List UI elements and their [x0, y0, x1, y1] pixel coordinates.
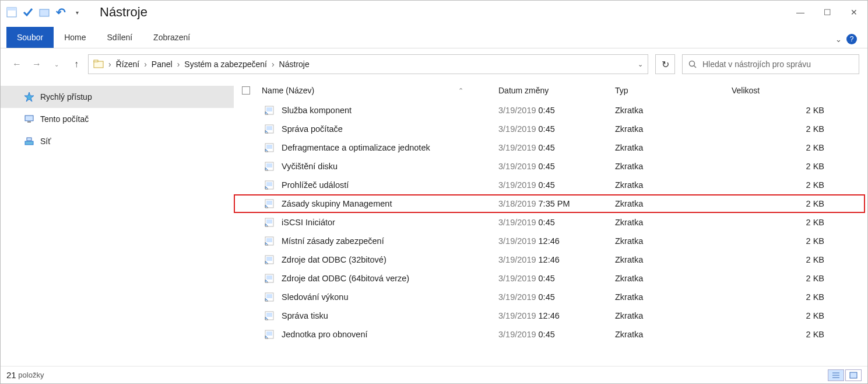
maximize-button[interactable]: ☐ [814, 2, 841, 23]
refresh-button[interactable]: ↻ [655, 54, 675, 74]
file-row[interactable]: Zdroje dat ODBC (32bitové)3/19/2019 12:4… [234, 250, 865, 269]
forward-button[interactable]: → [29, 56, 45, 72]
file-size: 2 KB [732, 106, 865, 115]
file-row[interactable]: Služba komponent3/19/2019 0:45Zkratka2 K… [234, 101, 865, 120]
sidebar-item[interactable]: Síť [1, 130, 234, 152]
check-icon[interactable] [23, 7, 33, 18]
svg-rect-13 [266, 107, 272, 111]
file-name: Sledování výkonu [282, 292, 348, 302]
help-icon[interactable]: ? [846, 34, 857, 44]
tab-file[interactable]: Soubor [6, 27, 54, 48]
file-size: 2 KB [732, 311, 865, 320]
col-date[interactable]: Datum změny [498, 86, 615, 95]
file-name: Místní zásady zabezpečení [282, 236, 384, 246]
breadcrumb-part[interactable]: Panel [152, 60, 173, 69]
close-button[interactable]: ✕ [841, 2, 867, 23]
file-list: Služba komponent3/19/2019 0:45Zkratka2 K… [234, 101, 867, 366]
file-row[interactable]: Sledování výkonu3/19/2019 0:45Zkratka2 K… [234, 288, 865, 306]
file-date: 3/19/2019 0:45 [498, 292, 615, 302]
minimize-button[interactable]: — [787, 2, 814, 23]
breadcrumb-part[interactable]: Nástroje [279, 60, 310, 69]
tab-view[interactable]: Zobrazení [143, 27, 201, 48]
undo-icon[interactable]: ↶ [55, 7, 66, 18]
file-row[interactable]: iSCSI Iniciátor3/19/2019 0:45Zkratka2 KB [234, 213, 865, 232]
address-bar[interactable]: › Řízení › Panel › Systém a zabezpečení … [88, 54, 648, 74]
tab-share[interactable]: Sdílení [97, 27, 143, 48]
file-name: Zdroje dat ODBC (64bitová verze) [282, 274, 409, 283]
file-row[interactable]: Defragmentace a optimalizace jednotek3/1… [234, 138, 865, 157]
shortcut-icon [264, 124, 275, 134]
large-icons-view-button[interactable] [845, 369, 862, 381]
address-dropdown-icon[interactable]: ⌄ [638, 61, 643, 68]
search-box[interactable]: Hledat v nástrojích pro správu [682, 54, 859, 74]
shortcut-icon [264, 310, 275, 321]
col-type[interactable]: Typ [615, 86, 732, 95]
shortcut-icon [264, 161, 275, 172]
svg-rect-43 [266, 294, 272, 298]
svg-rect-40 [266, 275, 272, 280]
sidebar-item[interactable]: Rychlý přístup [1, 86, 234, 108]
sidebar-item-label: Tento počítač [40, 114, 89, 124]
file-size: 2 KB [732, 199, 865, 208]
col-name[interactable]: Name (Název) [262, 86, 314, 95]
shortcut-icon [264, 273, 275, 284]
file-size: 2 KB [732, 162, 865, 171]
window-controls: — ☐ ✕ [787, 2, 867, 23]
back-button[interactable]: ← [9, 56, 25, 72]
tab-home[interactable]: Home [54, 27, 96, 48]
svg-rect-28 [266, 201, 272, 205]
details-view-button[interactable] [828, 369, 844, 381]
shortcut-icon [264, 180, 275, 190]
file-size: 2 KB [732, 143, 865, 152]
svg-rect-49 [266, 331, 272, 336]
file-row[interactable]: Správa tisku3/19/2019 12:46Zkratka2 KB [234, 306, 865, 325]
ribbon-expand-icon[interactable]: ⌄ [835, 35, 842, 44]
file-row[interactable]: Místní zásady zabezpečení3/19/2019 12:46… [234, 232, 865, 250]
file-type: Zkratka [615, 311, 732, 320]
file-date: 3/19/2019 12:46 [498, 255, 615, 264]
file-date: 3/19/2019 0:45 [498, 162, 615, 171]
up-button[interactable]: ↑ [68, 56, 85, 72]
file-name: Zdroje dat ODBC (32bitové) [282, 255, 386, 264]
file-date: 3/19/2019 0:45 [498, 274, 615, 283]
file-size: 2 KB [732, 180, 865, 190]
shortcut-icon [264, 236, 275, 246]
file-type: Zkratka [615, 218, 732, 227]
file-date: 3/19/2019 12:46 [498, 236, 615, 246]
star-icon [24, 92, 34, 102]
file-row[interactable]: Zásady skupiny Management3/18/2019 7:35 … [234, 194, 865, 213]
sort-caret-icon[interactable]: ⌃ [458, 87, 463, 95]
qat-dropdown-icon[interactable]: ▾ [72, 7, 82, 18]
file-size: 2 KB [732, 218, 865, 227]
shortcut-icon [264, 292, 275, 302]
file-type: Zkratka [615, 199, 732, 208]
window-title: Nástroje [100, 5, 147, 20]
navigation-row: ← → ⌄ ↑ › Řízení › Panel › Systém a zabe… [1, 48, 867, 80]
sidebar-item-label: Rychlý přístup [40, 92, 92, 102]
file-date: 3/19/2019 0:45 [498, 143, 615, 152]
svg-rect-9 [27, 121, 31, 123]
newfolder-icon[interactable] [39, 7, 50, 18]
breadcrumb-sep: › [107, 60, 113, 69]
file-type: Zkratka [615, 236, 732, 246]
file-row[interactable]: Jednotka pro obnovení3/19/2019 0:45Zkrat… [234, 325, 865, 344]
col-size[interactable]: Velikost [732, 86, 867, 95]
properties-icon[interactable] [6, 7, 17, 18]
breadcrumb-part[interactable]: Řízení [116, 60, 139, 69]
recent-locations-button[interactable]: ⌄ [48, 56, 65, 72]
file-row[interactable]: Prohlížeč událostí3/19/2019 0:45Zkratka2… [234, 176, 865, 194]
svg-rect-19 [266, 145, 272, 149]
file-date: 3/19/2019 0:45 [498, 124, 615, 134]
sidebar-item[interactable]: Tento počítač [1, 108, 234, 130]
file-date: 3/19/2019 0:45 [498, 330, 615, 339]
select-all-checkbox[interactable] [242, 86, 250, 95]
file-row[interactable]: Zdroje dat ODBC (64bitová verze)3/19/201… [234, 269, 865, 288]
svg-rect-11 [27, 138, 31, 141]
shortcut-icon [264, 105, 275, 116]
file-type: Zkratka [615, 143, 732, 152]
file-row[interactable]: Vyčištění disku3/19/2019 0:45Zkratka2 KB [234, 157, 865, 176]
search-icon [688, 60, 697, 68]
file-row[interactable]: Správa počítače3/19/2019 0:45Zkratka2 KB [234, 120, 865, 138]
shortcut-icon [264, 254, 275, 265]
breadcrumb-part[interactable]: Systém a zabezpečení [184, 60, 267, 69]
